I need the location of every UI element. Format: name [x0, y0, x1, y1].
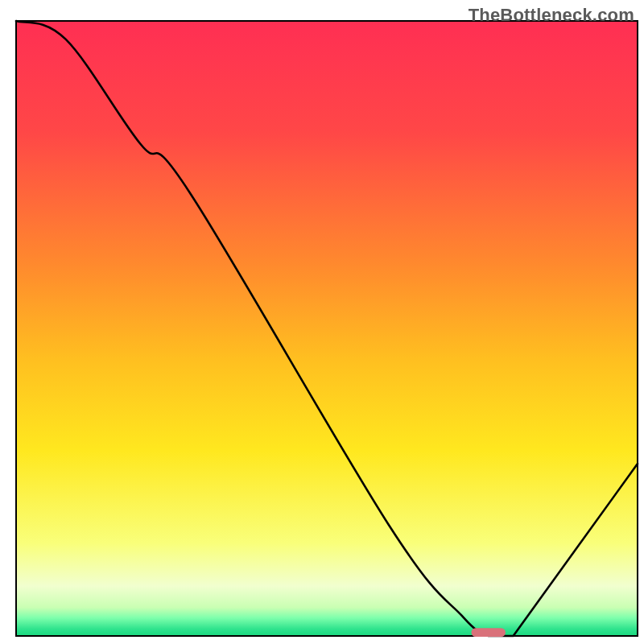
optimal-point-marker [471, 628, 505, 637]
plot-background [17, 22, 637, 635]
chart-stage: TheBottleneck.com [0, 0, 644, 644]
chart-svg [0, 0, 644, 644]
watermark-text: TheBottleneck.com [469, 5, 634, 26]
